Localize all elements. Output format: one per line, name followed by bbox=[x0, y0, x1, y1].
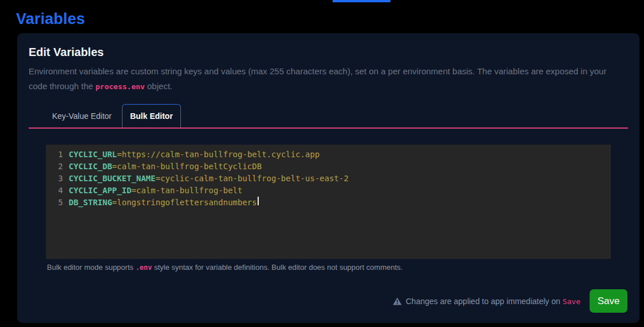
description-text-after: object. bbox=[145, 81, 172, 91]
line-number: 4 bbox=[50, 185, 63, 197]
warning-text-body: Changes are applied to app immediately o… bbox=[406, 297, 563, 306]
card-description: Environment variables are custom string … bbox=[29, 64, 625, 94]
env-key: CYCLIC_URL bbox=[69, 149, 117, 161]
env-line: 5DB_STRING=longstringoflettersandnumbers bbox=[50, 197, 605, 209]
env-key: CYCLIC_APP_ID bbox=[69, 185, 132, 197]
page-title: Variables bbox=[16, 10, 85, 28]
tab-key-value-editor[interactable]: Key-Value Editor bbox=[42, 104, 122, 127]
env-key: CYCLIC_BUCKET_NAME bbox=[69, 173, 156, 185]
warning-icon bbox=[393, 297, 402, 305]
env-key: CYCLIC_DB bbox=[69, 161, 112, 173]
warning-save-code: Save bbox=[563, 297, 580, 306]
env-separator: = bbox=[117, 149, 121, 161]
env-line: 1CYCLIC_URL=https://calm-tan-bullfrog-be… bbox=[50, 149, 605, 161]
line-number: 5 bbox=[50, 197, 63, 209]
tab-bulk-editor[interactable]: Bulk Editor bbox=[122, 104, 181, 127]
editor-tabs: Key-Value Editor Bulk Editor bbox=[29, 104, 628, 129]
env-value: cyclic-calm-tan-bullfrog-belt-us-east-2 bbox=[160, 173, 349, 185]
note-text: Bulk editor mode supports bbox=[47, 263, 136, 272]
line-number: 3 bbox=[50, 173, 63, 185]
env-value: https://calm-tan-bullfrog-belt.cyclic.ap… bbox=[122, 149, 320, 161]
bulk-editor-textarea[interactable]: 1CYCLIC_URL=https://calm-tan-bullfrog-be… bbox=[46, 145, 611, 259]
env-value: calm-tan-bullfrog-beltCyclicDB bbox=[117, 161, 262, 173]
save-button[interactable]: Save bbox=[590, 289, 627, 313]
line-number: 1 bbox=[50, 149, 63, 161]
env-value: calm-tan-bullfrog-belt bbox=[136, 185, 242, 197]
edit-variables-card: Edit Variables Environment variables are… bbox=[17, 33, 639, 323]
card-heading: Edit Variables bbox=[29, 46, 628, 59]
card-footer: Changes are applied to app immediately o… bbox=[393, 289, 627, 313]
env-key: DB_STRING bbox=[69, 197, 112, 209]
note-text-after: style syntax for variable definitions. B… bbox=[152, 263, 403, 272]
env-line: 2CYCLIC_DB=calm-tan-bullfrog-beltCyclicD… bbox=[50, 161, 605, 173]
env-line: 4CYCLIC_APP_ID=calm-tan-bullfrog-belt bbox=[50, 185, 605, 197]
save-warning: Changes are applied to app immediately o… bbox=[393, 297, 580, 306]
env-value: longstringoflettersandnumbers bbox=[117, 197, 256, 209]
env-line: 3CYCLIC_BUCKET_NAME=cyclic-calm-tan-bull… bbox=[50, 173, 605, 185]
env-syntax-code: .env bbox=[136, 264, 152, 272]
env-separator: = bbox=[132, 185, 136, 197]
line-number: 2 bbox=[50, 161, 63, 173]
env-separator: = bbox=[156, 173, 160, 185]
text-cursor bbox=[258, 197, 259, 205]
warning-text: Changes are applied to app immediately o… bbox=[406, 297, 580, 306]
env-separator: = bbox=[112, 161, 117, 173]
process-env-code: process.env bbox=[96, 82, 145, 91]
bulk-editor-note: Bulk editor mode supports .env style syn… bbox=[47, 263, 611, 272]
top-nav-active-tab-indicator bbox=[333, 0, 390, 2]
env-separator: = bbox=[112, 197, 117, 209]
